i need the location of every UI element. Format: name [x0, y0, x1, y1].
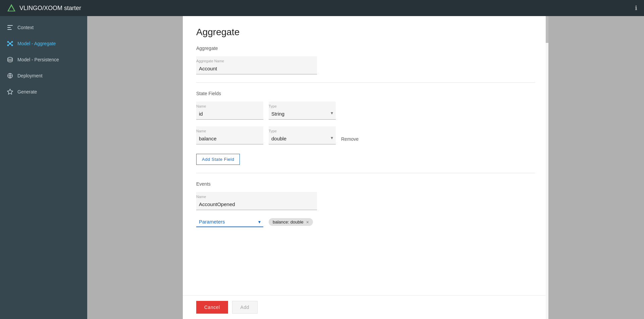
persistence-icon [7, 56, 13, 63]
state-field-2-type-wrapper: Type String int double boolean long floa… [269, 126, 336, 144]
add-state-field-button[interactable]: Add State Field [196, 154, 240, 165]
state-fields-divider [196, 82, 535, 83]
dialog-scrollbar-thumb [546, 16, 548, 43]
aggregate-name-wrapper: Aggregate Name [196, 56, 317, 74]
vlingo-logo-icon [7, 3, 16, 13]
sidebar-item-model-aggregate-label: Model - Aggregate [17, 41, 56, 46]
parameters-select-wrapper: Parameters balance: double ▾ [196, 217, 263, 227]
events-divider [196, 173, 535, 173]
sidebar-item-deployment[interactable]: Deployment [0, 68, 87, 84]
sidebar-item-context[interactable]: Context [0, 19, 87, 36]
state-field-1-name-label: Name [196, 104, 206, 108]
app-title: VLINGO/XOOM starter [19, 5, 81, 12]
event-name-wrapper: Name [196, 192, 317, 210]
sidebar-item-model-persistence[interactable]: Model - Persistence [0, 52, 87, 68]
sidebar-item-model-aggregate[interactable]: Model - Aggregate [0, 36, 87, 52]
dialog-footer: Cancel Add [183, 295, 548, 319]
deployment-icon [7, 72, 13, 79]
aggregate-name-field-group: Aggregate Name [196, 56, 535, 74]
aggregate-dialog: Aggregate Aggregate Aggregate Name State… [183, 16, 548, 319]
generate-icon [7, 88, 13, 95]
state-field-1-name-input[interactable] [196, 102, 263, 120]
aggregate-icon [7, 40, 13, 47]
state-field-2-type-label: Type [269, 129, 277, 133]
main-layout: Context Model - Aggregate Model [0, 16, 644, 319]
content-area: Aggregate Aggregate Aggregate Name State… [87, 16, 644, 319]
dialog-content: Aggregate Aggregate Aggregate Name State… [183, 16, 548, 295]
event-name-field-group: Name [196, 192, 535, 210]
aggregate-name-label: Aggregate Name [196, 59, 224, 63]
svg-rect-4 [7, 29, 12, 30]
cancel-button[interactable]: Cancel [196, 301, 228, 314]
dialog-scrollbar[interactable] [546, 16, 548, 319]
state-field-2-name-wrapper: Name [196, 126, 263, 144]
sidebar-item-generate-label: Generate [17, 89, 37, 94]
state-field-row-1: Name Type String int double boolean long… [196, 102, 535, 120]
parameter-chip-balance: balance: double × [269, 218, 313, 226]
add-button[interactable]: Add [232, 301, 258, 314]
svg-point-14 [8, 57, 12, 59]
parameter-chip-label: balance: double [273, 219, 304, 225]
sidebar-item-deployment-label: Deployment [17, 73, 43, 78]
state-field-1-type-select[interactable]: String int double boolean long float [269, 102, 336, 120]
parameters-area: Parameters balance: double ▾ balance: do… [196, 217, 535, 227]
topbar: VLINGO/XOOM starter ℹ [0, 0, 644, 16]
dialog-title: Aggregate [196, 27, 535, 38]
state-field-2-type-select[interactable]: String int double boolean long float [269, 126, 336, 144]
aggregate-section-label: Aggregate [196, 46, 535, 51]
state-field-row-2: Name Type String int double boolean long… [196, 126, 535, 144]
svg-rect-2 [7, 25, 13, 26]
sidebar: Context Model - Aggregate Model [0, 16, 87, 319]
state-field-2-name-label: Name [196, 129, 206, 133]
sidebar-item-generate[interactable]: Generate [0, 84, 87, 100]
state-field-1-type-label: Type [269, 104, 277, 108]
context-icon [7, 24, 13, 31]
sidebar-item-context-label: Context [17, 25, 34, 30]
state-field-1-name-wrapper: Name [196, 102, 263, 120]
event-name-input[interactable] [196, 192, 317, 210]
state-fields-section-label: State Fields [196, 91, 535, 96]
state-field-2-name-input[interactable] [196, 126, 263, 144]
info-icon[interactable]: ℹ [635, 4, 637, 12]
state-field-1-type-wrapper: Type String int double boolean long floa… [269, 102, 336, 120]
events-section-label: Events [196, 181, 535, 187]
app-brand: VLINGO/XOOM starter [7, 3, 81, 13]
parameter-chip-close-button[interactable]: × [306, 220, 309, 225]
svg-rect-3 [7, 27, 11, 28]
sidebar-item-model-persistence-label: Model - Persistence [17, 57, 59, 62]
parameters-select[interactable]: Parameters balance: double [196, 217, 263, 227]
state-field-2-remove-button[interactable]: Remove [341, 127, 359, 144]
event-name-label: Name [196, 195, 206, 199]
